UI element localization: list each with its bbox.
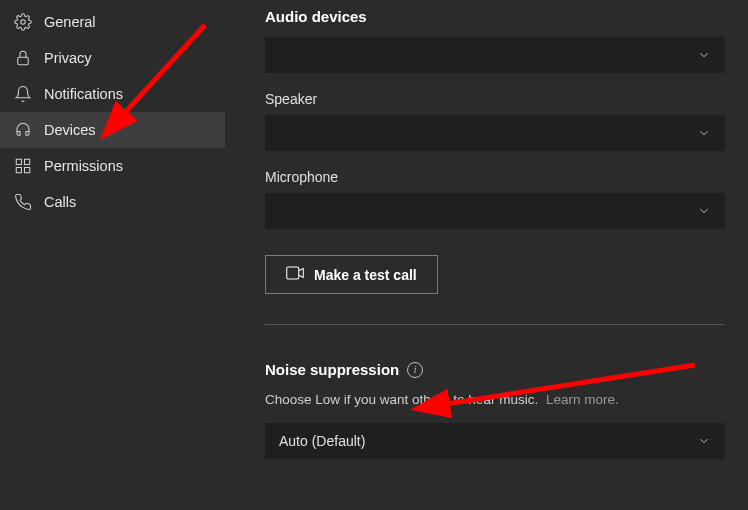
sidebar-item-label: Privacy xyxy=(44,50,92,66)
svg-rect-2 xyxy=(16,159,21,164)
bell-icon xyxy=(14,85,32,103)
speaker-label: Speaker xyxy=(265,91,728,107)
svg-rect-4 xyxy=(16,168,21,173)
gear-icon xyxy=(14,13,32,31)
chevron-down-icon xyxy=(697,126,711,140)
chevron-down-icon xyxy=(697,434,711,448)
make-test-call-button[interactable]: Make a test call xyxy=(265,255,438,294)
svg-rect-3 xyxy=(25,159,30,164)
sidebar-item-label: General xyxy=(44,14,96,30)
headset-icon xyxy=(14,121,32,139)
sidebar-item-privacy[interactable]: Privacy xyxy=(0,40,225,76)
sidebar-item-calls[interactable]: Calls xyxy=(0,184,225,220)
svg-rect-1 xyxy=(18,57,29,65)
phone-icon xyxy=(14,193,32,211)
chevron-down-icon xyxy=(697,204,711,218)
svg-rect-5 xyxy=(25,168,30,173)
sidebar-item-label: Devices xyxy=(44,122,96,138)
settings-sidebar: General Privacy Notifications Devices Pe… xyxy=(0,0,225,510)
chevron-down-icon xyxy=(697,48,711,62)
svg-point-0 xyxy=(21,20,26,25)
audio-devices-title: Audio devices xyxy=(265,8,728,25)
learn-more-link[interactable]: Learn more. xyxy=(546,392,619,407)
sidebar-item-general[interactable]: General xyxy=(0,4,225,40)
sidebar-item-label: Permissions xyxy=(44,158,123,174)
settings-main-devices: Audio devices Speaker Microphone Make a … xyxy=(225,0,748,510)
microphone-dropdown[interactable] xyxy=(265,193,725,229)
info-icon[interactable]: i xyxy=(407,362,423,378)
sidebar-item-label: Notifications xyxy=(44,86,123,102)
grid-icon xyxy=(14,157,32,175)
noise-suppression-dropdown[interactable]: Auto (Default) xyxy=(265,423,725,459)
sidebar-item-notifications[interactable]: Notifications xyxy=(0,76,225,112)
audio-devices-dropdown[interactable] xyxy=(265,37,725,73)
noise-suppression-value: Auto (Default) xyxy=(279,433,365,449)
sidebar-item-label: Calls xyxy=(44,194,76,210)
section-divider xyxy=(265,324,725,325)
lock-icon xyxy=(14,49,32,67)
sidebar-item-permissions[interactable]: Permissions xyxy=(0,148,225,184)
noise-suppression-description: Choose Low if you want others to hear mu… xyxy=(265,392,728,407)
make-test-call-label: Make a test call xyxy=(314,267,417,283)
noise-suppression-title: Noise suppression xyxy=(265,361,399,378)
test-call-icon xyxy=(286,266,304,283)
svg-rect-6 xyxy=(287,267,299,279)
microphone-label: Microphone xyxy=(265,169,728,185)
speaker-dropdown[interactable] xyxy=(265,115,725,151)
sidebar-item-devices[interactable]: Devices xyxy=(0,112,225,148)
